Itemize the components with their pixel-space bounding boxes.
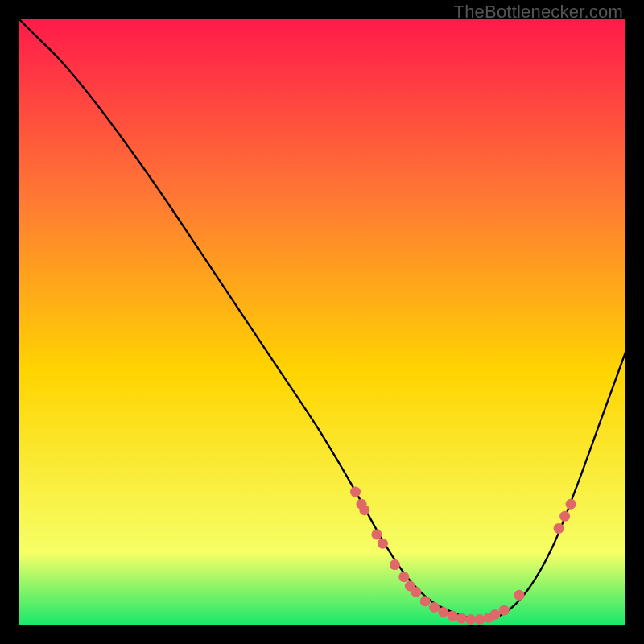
curve-marker [566,499,576,510]
curve-marker [371,529,382,539]
curve-marker [350,487,361,497]
gradient-background [19,19,625,625]
curve-marker [438,607,448,617]
chart-frame [19,19,625,625]
bottleneck-chart [19,19,625,625]
curve-marker [411,587,421,597]
curve-marker [429,602,440,613]
curve-marker [398,572,409,582]
curve-marker [499,605,510,616]
curve-marker [378,539,388,549]
curve-marker [359,505,369,515]
curve-marker [465,614,476,625]
curve-marker [559,511,570,522]
curve-marker [456,613,467,624]
curve-marker [489,609,500,620]
curve-marker [514,590,525,601]
curve-marker [448,610,458,621]
watermark-text: TheBottlenecker.com [454,2,623,23]
curve-marker [475,614,485,625]
curve-marker [420,596,431,606]
curve-marker [554,523,564,534]
curve-marker [390,559,400,570]
